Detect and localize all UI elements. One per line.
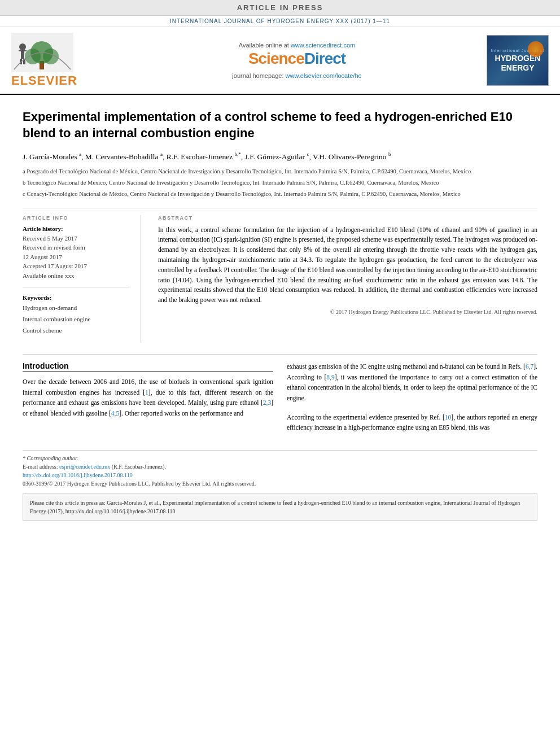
article-info-label: ARTICLE INFO xyxy=(23,215,129,221)
doi-link[interactable]: http://dx.doi.org/10.1016/j.ijhydene.201… xyxy=(23,472,133,478)
copyright-line: © 2017 Hydrogen Energy Publications LLC.… xyxy=(158,309,537,315)
body-right-col: exhaust gas emission of the IC engine us… xyxy=(287,361,537,433)
svg-point-3 xyxy=(25,49,41,64)
affiliation-b: b Tecnológico Nacional de México, Centro… xyxy=(23,178,537,187)
received-revised-label: Received in revised form xyxy=(23,243,129,252)
elsevier-logo-section: ELSEVIER xyxy=(11,33,113,88)
footnote-section: * Corresponding author. E-mail address: … xyxy=(23,450,537,488)
introduction-title: Introduction xyxy=(23,361,273,372)
journal-homepage-text: journal homepage: www.elsevier.com/locat… xyxy=(232,72,361,79)
divider-2 xyxy=(23,287,129,287)
article-title: Experimental implementation of a control… xyxy=(23,109,537,141)
elsevier-tree-icon xyxy=(11,33,73,72)
citation-box: Please cite this article in press as: Ga… xyxy=(23,493,537,521)
keywords-block: Keywords: Hydrogen on-demand Internal co… xyxy=(23,294,129,336)
authors-line: J. García-Morales a, M. Cervantes-Bobadi… xyxy=(23,150,537,163)
abstract-col: ABSTRACT In this work, a control scheme … xyxy=(158,215,537,343)
two-col-section: ARTICLE INFO Article history: Received 5… xyxy=(23,215,537,343)
doi-footnote: http://dx.doi.org/10.1016/j.ijhydene.201… xyxy=(23,471,537,479)
affiliation-a: a Posgrado del Tecnológico Nacional de M… xyxy=(23,167,537,176)
right-logo-section: International Journal of HYDROGENENERGY xyxy=(481,33,549,88)
corresponding-author-note: * Corresponding author. xyxy=(23,454,537,462)
svg-point-5 xyxy=(19,43,26,50)
elsevier-logo-text: ELSEVIER xyxy=(11,73,77,88)
email-footnote: E-mail address: esjiri@cenidet.edu.mx (R… xyxy=(23,462,537,471)
introduction-paragraph1: Over the decade between 2006 and 2016, t… xyxy=(23,377,273,418)
abstract-text: In this work, a control scheme formulati… xyxy=(158,225,537,306)
body-right-paragraph2: According to the experimental evidence p… xyxy=(287,412,537,433)
article-history-title: Article history: xyxy=(23,225,129,232)
abstract-label: ABSTRACT xyxy=(158,215,537,221)
article-history-block: Article history: Received 5 May 2017 Rec… xyxy=(23,225,129,281)
article-in-press-banner: ARTICLE IN PRESS xyxy=(0,0,560,16)
hydrogen-energy-logo: International Journal of HYDROGENENERGY xyxy=(487,35,549,86)
keywords-list: Hydrogen on-demand Internal combustion e… xyxy=(23,303,129,336)
divider-1 xyxy=(23,208,537,208)
keyword-2: Internal combustion engine xyxy=(23,314,129,325)
journal-homepage-link[interactable]: www.elsevier.com/locate/he xyxy=(286,72,362,79)
top-header: ELSEVIER Available online at www.science… xyxy=(0,27,560,95)
svg-rect-6 xyxy=(21,50,24,59)
divider-3 xyxy=(23,354,537,355)
journal-header-line: INTERNATIONAL JOURNAL OF HYDROGEN ENERGY… xyxy=(0,16,560,27)
keywords-title: Keywords: xyxy=(23,294,129,301)
body-right-paragraph1: exhaust gas emission of the IC engine us… xyxy=(287,361,537,403)
center-header: Available online at www.sciencedirect.co… xyxy=(113,33,481,88)
affiliation-c: c Conacyt-Tecnológico Nacional de México… xyxy=(23,190,537,199)
body-left-col: Introduction Over the decade between 200… xyxy=(23,361,273,433)
body-content: Introduction Over the decade between 200… xyxy=(23,361,537,433)
available-online-info: Available online xxx xyxy=(23,271,129,281)
main-content: Experimental implementation of a control… xyxy=(0,95,560,529)
keyword-3: Control scheme xyxy=(23,325,129,337)
sciencedirect-url-link[interactable]: www.sciencedirect.com xyxy=(291,42,355,49)
affiliations: a Posgrado del Tecnológico Nacional de M… xyxy=(23,167,537,198)
article-info-col: ARTICLE INFO Article history: Received 5… xyxy=(23,215,141,343)
issn-footnote: 0360-3199/© 2017 Hydrogen Energy Publica… xyxy=(23,479,537,488)
received-revised-date: 12 August 2017 xyxy=(23,252,129,262)
available-online-text: Available online at www.sciencedirect.co… xyxy=(239,42,355,49)
email-link[interactable]: esjiri@cenidet.edu.mx xyxy=(59,464,110,470)
accepted-date: Accepted 17 August 2017 xyxy=(23,261,129,271)
svg-rect-8 xyxy=(24,50,27,51)
sciencedirect-logo: ScienceDirect xyxy=(248,50,345,68)
received-date: Received 5 May 2017 xyxy=(23,234,129,243)
elsevier-branding: ELSEVIER xyxy=(11,33,77,88)
keyword-1: Hydrogen on-demand xyxy=(23,303,129,314)
svg-rect-7 xyxy=(19,50,21,51)
